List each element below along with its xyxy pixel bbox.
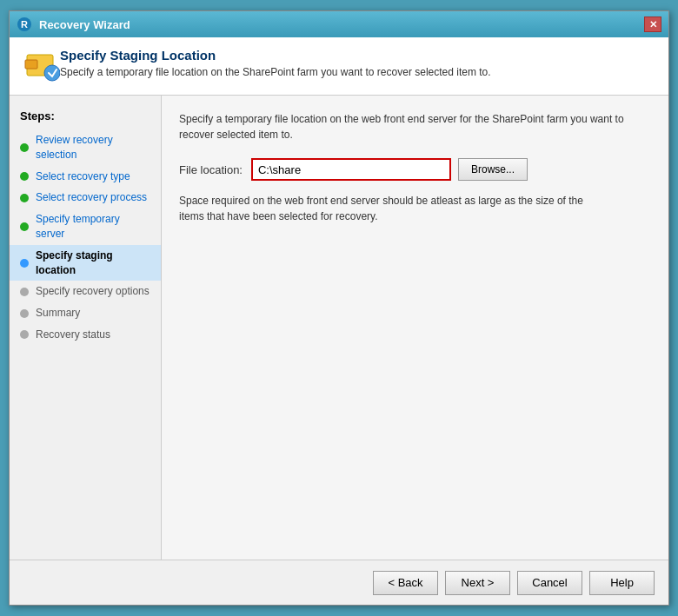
browse-button[interactable]: Browse... (458, 158, 528, 181)
back-button[interactable]: < Back (373, 571, 438, 595)
dot-recovery-status (20, 330, 29, 339)
sidebar-item-review[interactable]: Review recovery selection (10, 129, 161, 166)
header-text: Specify Staging Location Specify a tempo… (60, 48, 491, 78)
svg-text:R: R (21, 19, 28, 30)
main-panel: Specify a temporary file location on the… (162, 96, 668, 560)
sidebar-item-specify-options: Specify recovery options (10, 281, 161, 302)
recovery-wizard-window: R Recovery Wizard ✕ Specify Staging Loca… (9, 10, 669, 606)
sidebar-item-specify-staging: Specify staging location (10, 245, 161, 282)
file-location-input[interactable] (251, 158, 451, 181)
sidebar-label-select-process: Select recovery process (36, 190, 147, 205)
app-icon: R (17, 17, 32, 32)
sidebar-item-specify-server[interactable]: Specify temporary server (10, 209, 161, 245)
close-button[interactable]: ✕ (644, 17, 661, 32)
dot-summary (20, 309, 29, 318)
sidebar-label-select-type: Select recovery type (36, 169, 130, 184)
dot-specify-options (20, 288, 29, 296)
sidebar-label-specify-staging: Specify staging location (36, 248, 150, 278)
sidebar-label-recovery-status: Recovery status (36, 328, 110, 342)
dot-select-process (20, 194, 29, 202)
dot-specify-staging (20, 259, 29, 268)
next-button[interactable]: Next > (445, 571, 510, 595)
dot-specify-server (20, 222, 29, 231)
file-location-row: File location: Browse... (179, 158, 651, 181)
sidebar-label-specify-server: Specify temporary server (36, 212, 150, 242)
dot-review (20, 143, 29, 152)
help-button[interactable]: Help (589, 571, 655, 595)
title-bar-left: R Recovery Wizard (17, 17, 130, 32)
content-area: Steps: Review recovery selection Select … (10, 96, 668, 560)
sidebar: Steps: Review recovery selection Select … (10, 96, 162, 560)
header-title: Specify Staging Location (60, 48, 491, 63)
space-note: Space required on the web front end serv… (179, 193, 596, 224)
sidebar-item-select-process[interactable]: Select recovery process (10, 187, 161, 209)
sidebar-item-recovery-status: Recovery status (10, 324, 161, 346)
footer: < Back Next > Cancel Help (10, 560, 668, 605)
dot-select-type (20, 172, 29, 181)
main-description: Specify a temporary file location on the… (179, 111, 651, 142)
svg-rect-3 (25, 60, 37, 69)
sidebar-label-specify-options: Specify recovery options (36, 284, 150, 299)
cancel-button[interactable]: Cancel (517, 571, 582, 595)
file-location-label: File location: (179, 163, 243, 176)
sidebar-item-summary: Summary (10, 302, 161, 324)
header-section: Specify Staging Location Specify a tempo… (10, 37, 668, 96)
sidebar-label-summary: Summary (36, 306, 80, 321)
title-bar: R Recovery Wizard ✕ (10, 11, 668, 37)
sidebar-label-review: Review recovery selection (36, 133, 150, 162)
svg-point-4 (44, 65, 60, 81)
window-title: Recovery Wizard (39, 18, 130, 31)
sidebar-title: Steps: (10, 109, 161, 129)
sidebar-item-select-type[interactable]: Select recovery type (10, 166, 161, 188)
header-description: Specify a temporary file location on the… (60, 66, 491, 78)
header-icon (23, 48, 60, 84)
